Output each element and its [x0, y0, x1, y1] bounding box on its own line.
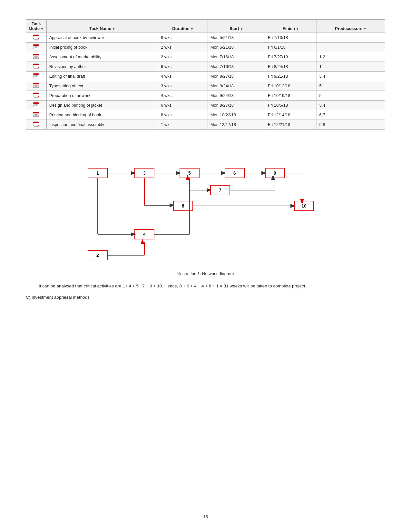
task-predecessors-cell: 9,8: [317, 120, 385, 130]
section-heading: C) Investment appraisal methods: [26, 295, 385, 300]
svg-rect-21: [33, 83, 39, 84]
task-predecessors-cell: 1,2: [317, 52, 385, 62]
task-finish-cell: Fri 9/21/18: [265, 72, 317, 81]
network-diagram-svg: 1 3 5 6 9 7 8: [85, 142, 327, 262]
task-start-cell: Mon 5/21/18: [208, 43, 265, 52]
task-duration-cell: 4 wks: [158, 91, 208, 101]
col-header-finish[interactable]: Finish: [265, 20, 317, 33]
task-mode-cell: [26, 72, 47, 81]
table-row: Printing and binding of book8 wksMon 10/…: [26, 110, 385, 120]
svg-rect-17: [33, 73, 39, 75]
task-finish-cell: Fri 8/24/18: [265, 62, 317, 72]
svg-rect-1: [33, 35, 39, 36]
svg-rect-33: [33, 112, 39, 113]
table-row: Typesetting of text3 wksMon 9/24/18Fri 1…: [26, 81, 385, 91]
svg-text:10: 10: [301, 203, 307, 208]
table-row: Inspection and final assembly1 wkMon 12/…: [26, 120, 385, 130]
task-duration-cell: 6 wks: [158, 62, 208, 72]
svg-text:5: 5: [188, 170, 191, 176]
task-finish-cell: Fri 10/5/18: [265, 101, 317, 110]
task-predecessors-cell: 6,7: [317, 110, 385, 120]
svg-text:8: 8: [182, 203, 184, 208]
col-header-duration[interactable]: Duration: [158, 20, 208, 33]
task-mode-cell: [26, 62, 47, 72]
table-row: Initial pricing of book2 wksMon 5/21/18F…: [26, 43, 385, 52]
task-duration-cell: 3 wks: [158, 81, 208, 91]
task-mode-icon: [33, 34, 39, 40]
task-mode-cell: [26, 120, 47, 130]
task-mode-icon: [33, 73, 39, 78]
table-row: Assessment of marketability2 wksMon 7/16…: [26, 52, 385, 62]
task-duration-cell: 2 wks: [158, 52, 208, 62]
svg-text:9: 9: [274, 170, 276, 176]
task-predecessors-cell: 5: [317, 81, 385, 91]
task-start-cell: Mon 7/16/18: [208, 62, 265, 72]
task-name-cell: Printing and binding of book: [46, 110, 158, 120]
col-header-task-name[interactable]: Task Name: [46, 20, 158, 33]
task-mode-cell: [26, 43, 47, 52]
table-row: Appraisal of book by reviewer8 wksMon 5/…: [26, 33, 385, 43]
task-mode-icon: [33, 112, 39, 117]
task-predecessors-cell: 3,4: [317, 101, 385, 110]
task-predecessors-cell: 5: [317, 91, 385, 101]
task-predecessors-cell: 1: [317, 62, 385, 72]
task-mode-cell: [26, 81, 47, 91]
svg-text:7: 7: [219, 188, 221, 193]
task-mode-cell: [26, 52, 47, 62]
task-predecessors-cell: [317, 43, 385, 52]
task-finish-cell: Fri 7/13/18: [265, 33, 317, 43]
task-name-cell: Editing of final draft: [46, 72, 158, 81]
task-mode-cell: [26, 101, 47, 110]
network-diagram-container: 1 3 5 6 9 7 8: [26, 142, 385, 262]
task-name-cell: Assessment of marketability: [46, 52, 158, 62]
svg-text:1: 1: [96, 170, 99, 176]
task-mode-icon: [33, 63, 39, 69]
task-duration-cell: 4 wks: [158, 72, 208, 81]
task-mode-icon: [33, 44, 39, 49]
task-duration-cell: 8 wks: [158, 33, 208, 43]
task-start-cell: Mon 8/27/18: [208, 72, 265, 81]
svg-text:6: 6: [233, 170, 236, 176]
task-finish-cell: Fri 7/27/18: [265, 52, 317, 62]
col-header-predecessors[interactable]: Predecessors: [317, 20, 385, 33]
table-row: Revisions by author6 wksMon 7/16/18Fri 8…: [26, 62, 385, 72]
page-number: 15: [0, 514, 411, 519]
task-start-cell: Mon 5/21/18: [208, 33, 265, 43]
svg-rect-37: [33, 122, 39, 123]
illustration-caption: Illustration 1: Network diagram: [26, 271, 385, 276]
svg-rect-9: [33, 54, 39, 55]
svg-rect-13: [33, 64, 39, 65]
body-text: It can be analysed that critical activit…: [26, 283, 385, 290]
task-duration-cell: 6 wks: [158, 101, 208, 110]
task-finish-cell: Fri 10/19/18: [265, 91, 317, 101]
svg-text:4: 4: [143, 232, 146, 237]
task-start-cell: Mon 10/22/18: [208, 110, 265, 120]
task-name-cell: Design and printing of jacket: [46, 101, 158, 110]
task-name-cell: Initial pricing of book: [46, 43, 158, 52]
col-header-start[interactable]: Start: [208, 20, 265, 33]
task-mode-icon: [33, 121, 39, 127]
svg-text:3: 3: [143, 170, 146, 176]
task-name-cell: Typesetting of text: [46, 81, 158, 91]
task-predecessors-cell: 3,4: [317, 72, 385, 81]
task-duration-cell: 8 wks: [158, 110, 208, 120]
task-mode-icon: [33, 102, 39, 107]
task-duration-cell: 2 wks: [158, 43, 208, 52]
task-mode-icon: [33, 54, 39, 59]
svg-rect-29: [33, 102, 39, 104]
task-mode-icon: [33, 83, 39, 88]
task-name-cell: Revisions by author: [46, 62, 158, 72]
task-name-cell: Preparation of artwork: [46, 91, 158, 101]
task-duration-cell: 1 wk: [158, 120, 208, 130]
task-start-cell: Mon 9/24/18: [208, 91, 265, 101]
task-finish-cell: Fri 6/1/18: [265, 43, 317, 52]
col-header-task-mode[interactable]: TaskMode: [26, 20, 47, 33]
task-finish-cell: Fri 10/12/18: [265, 81, 317, 91]
task-mode-cell: [26, 33, 47, 43]
task-mode-cell: [26, 110, 47, 120]
table-row: Editing of final draft4 wksMon 8/27/18Fr…: [26, 72, 385, 81]
svg-rect-25: [33, 93, 39, 94]
svg-rect-5: [33, 44, 39, 46]
table-row: Design and printing of jacket6 wksMon 8/…: [26, 101, 385, 110]
task-name-cell: Inspection and final assembly: [46, 120, 158, 130]
